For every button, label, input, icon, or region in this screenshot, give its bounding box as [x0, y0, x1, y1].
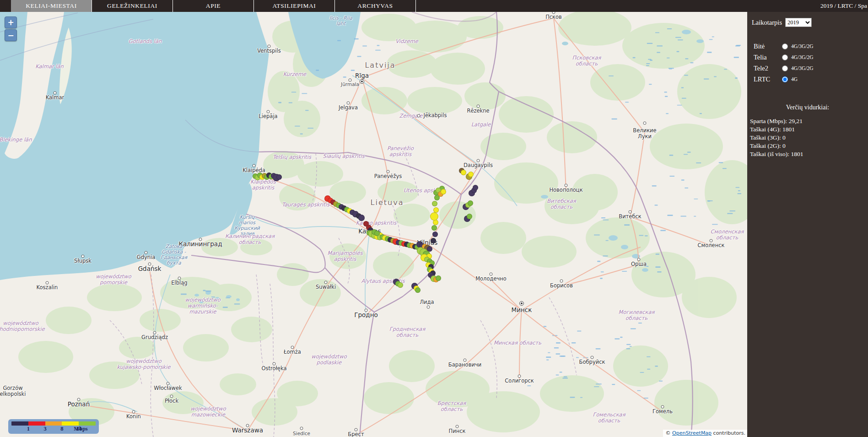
map-label: Gorzów elkopolski [0, 385, 26, 397]
city-marker-icon [167, 382, 170, 385]
operator-name: Telia [754, 54, 776, 61]
nav-tab-archyvas[interactable]: ARCHYVAS [335, 0, 416, 12]
period-row: Laikotarpis 2019 [752, 18, 863, 27]
operator-list: Bitė4G/3G/2GTelia4G/3G/2GTele24G/3G/2GLR… [754, 41, 868, 85]
legend-tick: 8 [60, 426, 63, 432]
map-label: Klaipėdos apskritis [250, 179, 276, 191]
measurement-point[interactable] [276, 174, 282, 180]
city-marker-icon [560, 280, 563, 283]
city-marker-icon [417, 114, 421, 118]
map-canvas[interactable]: Gotlands länKalmar länKalmarBlekinge län… [0, 12, 747, 437]
nav-tab-keliai-miestai[interactable]: KELIAI-MIESTAI [11, 0, 92, 12]
measurement-point[interactable] [431, 238, 436, 243]
city-marker-icon [199, 238, 202, 241]
map-label: Солигорск [505, 378, 534, 384]
map-label: Орша [631, 261, 647, 267]
map-label: Бобруйск [579, 359, 605, 365]
map-label: województwo warmińsko- mazurskie [185, 297, 220, 315]
map-attribution: © OpenStreetMap contributors. [663, 430, 747, 437]
map-label: Liepāja [259, 113, 277, 119]
zoom-out-button[interactable]: − [5, 29, 17, 41]
openstreetmap-link[interactable]: OpenStreetMap [672, 430, 712, 436]
city-marker-icon [347, 102, 350, 105]
measurement-point[interactable] [433, 207, 439, 213]
city-marker-icon [661, 405, 664, 409]
map-label: Suwałki [316, 284, 336, 290]
operator-tech: 4G/3G/2G [791, 54, 814, 60]
stat-line: Sparta (Mbps): 29,21 [750, 117, 868, 125]
measurement-point[interactable] [415, 287, 421, 293]
map-label: Пинск [449, 428, 466, 434]
measurement-point[interactable] [436, 275, 441, 281]
map-label: Могилевская область [619, 309, 655, 321]
legend-ticks: 13814Mbps [11, 426, 96, 433]
city-marker-icon [565, 184, 568, 187]
map-label: Великие Луки [633, 128, 656, 140]
map-label: województwo chodniopomorskie [0, 320, 45, 332]
city-marker-icon [153, 331, 156, 334]
period-select[interactable]: 2019 [785, 18, 812, 27]
city-marker-icon [591, 356, 594, 359]
legend-color-segment [11, 421, 28, 426]
measurement-point[interactable] [432, 232, 438, 237]
measurement-point[interactable] [461, 170, 466, 175]
operator-name: Tele2 [754, 65, 776, 72]
map-label: Słupsk [74, 258, 92, 264]
measurement-point[interactable] [398, 282, 403, 288]
map-label: Смоленская область [711, 229, 744, 241]
page: { "nav": { "tabs": [ {"label": "KELIAI-M… [0, 0, 868, 437]
measurement-point[interactable] [467, 214, 472, 219]
measurement-point[interactable] [441, 189, 446, 194]
city-marker-icon [178, 277, 181, 280]
map-label: Гомельская область [593, 412, 625, 424]
city-marker-icon [170, 395, 173, 398]
city-marker-icon [477, 159, 480, 162]
measurement-point[interactable] [432, 201, 437, 206]
operator-radio-tele2[interactable] [782, 65, 788, 71]
map-label: līcis - Riia laht [329, 15, 352, 26]
city-marker-icon [710, 239, 713, 243]
zoom-in-button[interactable]: + [5, 16, 17, 28]
legend-color-bar [11, 421, 96, 426]
map-label: Псковская область [572, 55, 601, 67]
city-marker-icon [46, 281, 49, 285]
city-marker-icon [365, 309, 368, 312]
measurement-point[interactable] [468, 172, 474, 177]
measurement-point[interactable] [358, 215, 365, 221]
legend-color-segment [45, 421, 62, 426]
attribution-prefix: © [666, 430, 673, 436]
map-label: Kalmar [46, 95, 65, 101]
measurement-point[interactable] [473, 185, 478, 190]
averages-title: Verčių vidurkiai: [747, 104, 868, 111]
operator-radio-bitė[interactable] [782, 43, 788, 49]
nav-tab-geležinkeliai[interactable]: GELEŽINKELIAI [92, 0, 173, 12]
map-label: Płock [165, 398, 178, 404]
operator-radio-lrtc[interactable] [782, 76, 788, 82]
legend-color-segment [79, 421, 96, 426]
map-label: województwo mazowieckie [190, 406, 226, 418]
nav-tabs: KELIAI-MIESTAIGELEŽINKELIAIAPIEATSILIEPI… [11, 0, 416, 12]
map-label: Jūrmala [341, 81, 359, 87]
operator-row-telia: Telia4G/3G/2G [754, 52, 868, 63]
map-label: Ostrołęka [262, 366, 287, 372]
map-label: Лида [420, 299, 434, 305]
map-label: Siedlce [293, 431, 310, 436]
operator-radio-telia[interactable] [782, 54, 788, 60]
city-marker-icon [77, 398, 81, 401]
city-marker-icon [456, 425, 459, 428]
map-label: Гомель [652, 409, 673, 415]
map-label: Rīga [355, 72, 369, 80]
map-label: Kauno apskritis [356, 220, 396, 226]
stat-line: Taškai (4G): 1801 [750, 125, 868, 134]
nav-tab-atsiliepimai[interactable]: ATSILIEPIMAI [254, 0, 335, 12]
measurement-point[interactable] [431, 225, 437, 231]
legend-tick: 1 [27, 426, 30, 432]
map-label: Барановичи [448, 362, 481, 368]
measurement-point[interactable] [430, 212, 438, 221]
map-label: województwo podlaskie [311, 354, 346, 366]
nav-status-text: 2019 / LRTC / Spa [820, 0, 867, 12]
measurement-point[interactable] [468, 200, 473, 206]
map-label: Витебская область [547, 198, 576, 210]
map-geo-layer: Gotlands länKalmar länKalmarBlekinge län… [0, 12, 747, 437]
nav-tab-apie[interactable]: APIE [173, 0, 254, 12]
